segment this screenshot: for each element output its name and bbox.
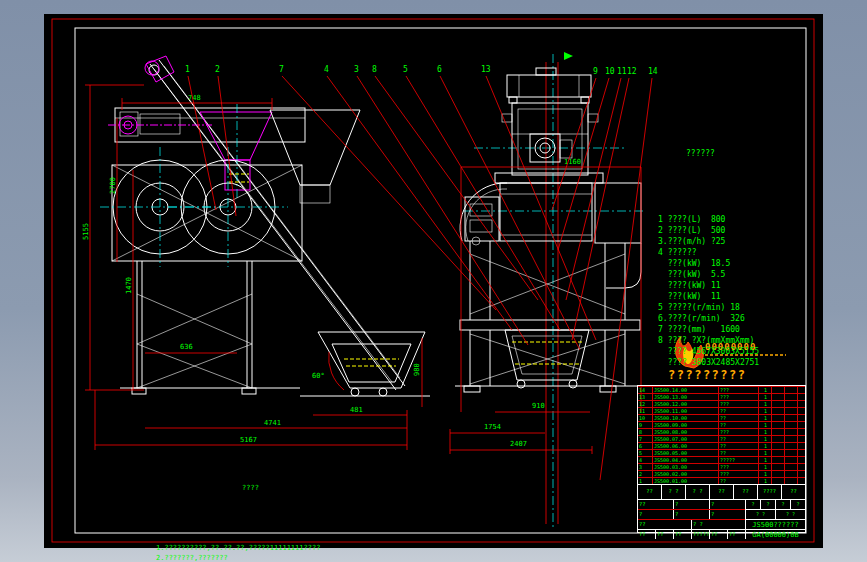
balloon-number: 7 <box>279 65 284 74</box>
bom-header-cell: ? ? <box>662 485 686 499</box>
balloon-number: 14 <box>648 67 658 76</box>
stage-cell: ? <box>776 500 791 509</box>
parts-list: 14 JS500.14.00 ??? 1 13 JS500.13.00 ??? … <box>638 386 805 484</box>
spec-line: 3.???(m/h) ?25 <box>658 236 808 247</box>
dim-text: 481 <box>350 406 363 414</box>
technical-notes: ???? 1.??????????,??.??.??,?????11111111… <box>156 463 396 562</box>
dim-text: 748 <box>188 94 201 102</box>
title-block-signatures: ???? ??? ??? ? ??????????????? <box>638 500 746 539</box>
parts-row: 4 JS500.04.00 ????? 1 <box>638 456 805 463</box>
spec-line: ???? 4567X3003X5155 <box>658 346 808 357</box>
stage-row: ???? <box>746 500 805 510</box>
stage-cell: ? <box>791 500 805 509</box>
parts-row: 11 JS500.11.00 ?? 1 <box>638 407 805 414</box>
dim-text: 636 <box>180 343 193 351</box>
sig-cell: ?? <box>638 520 692 529</box>
spec-line: ????(kW) 11 <box>658 280 808 291</box>
revision-cell: ?? <box>710 530 728 539</box>
bom-header-cell: ?? <box>782 485 805 499</box>
dim-text: 2700 <box>109 177 117 194</box>
drawing-number: GA(00000)0B <box>746 530 805 539</box>
bom-header-cell: ???? <box>758 485 782 499</box>
dim-text: 1160 <box>564 158 581 166</box>
desktop-background: { "colors":{"canvas":"#000000","frame_re… <box>0 0 867 562</box>
cad-canvas: 748 5155 2700 1470 636 60° 481 4741 5167 <box>44 14 823 548</box>
stage-cell: ? <box>746 500 761 509</box>
scale-cell: ? ? <box>746 510 776 519</box>
spec-line: ???(kW) 11 <box>658 291 808 302</box>
balloon-number: 1 <box>185 65 190 74</box>
balloon-number: 4 <box>324 65 329 74</box>
stage-cell: ? <box>761 500 776 509</box>
parts-row: 13 JS500.13.00 ??? 1 <box>638 393 805 400</box>
parts-row: 10 JS500.10.00 ?? 1 <box>638 414 805 421</box>
bom-header: ??? ?? ??????????? <box>638 484 805 499</box>
title-block: ???? ??? ??? ? ??????????????? ???? ? ??… <box>638 499 805 539</box>
dim-text: 5155 <box>82 223 90 240</box>
spec-title: ?????? <box>658 148 808 159</box>
bom-header-cell: ? ? <box>686 485 710 499</box>
spec-line: 5 ?????(r/min) 18 <box>658 302 808 313</box>
parts-row: 7 JS500.07.00 ?? 1 <box>638 435 805 442</box>
revision-cell: ?? <box>638 530 656 539</box>
balloon-number: 3 <box>354 65 359 74</box>
spec-line: ???(kW) 5.5 <box>658 269 808 280</box>
spec-line: 6.????(r/min) 326 <box>658 313 808 324</box>
sig-row: ??? ? <box>638 520 745 530</box>
parts-row: 9 JS500.09.00 ?? 1 <box>638 421 805 428</box>
sig-cell: ?? <box>638 500 674 509</box>
bom-header-cell: ?? <box>638 485 662 499</box>
dim-text: 980 <box>413 363 421 376</box>
spec-line: 4 ?????? <box>658 247 808 258</box>
note-line: 2.???????,??????? <box>156 553 396 562</box>
spec-line: 8 ???? ?X?(mmXmmXmm) <box>658 335 808 346</box>
parts-row: 1 JS500.01.00 ?? 1 <box>638 477 805 484</box>
note-line: 1.??????????,??.??.??,?????11111111???? <box>156 543 396 553</box>
spec-table: ?????? 1 ????(L) 8002 ????(L) 5003.???(m… <box>658 126 808 390</box>
left-view <box>100 56 430 396</box>
balloon-number: 11 <box>617 67 627 76</box>
parts-row: 2 JS500.02.00 ??? 1 <box>638 470 805 477</box>
scale-cell: ? ? <box>776 510 805 519</box>
balloon-number: 10 <box>605 67 615 76</box>
balloon-number: 5 <box>403 65 408 74</box>
dim-text: 1754 <box>484 423 501 431</box>
section-mark-icon <box>564 52 573 60</box>
sig-cell: ? <box>638 510 674 519</box>
scale-row: ? ?? ? <box>746 510 805 520</box>
parts-row: 14 JS500.14.00 ??? 1 <box>638 386 805 393</box>
revision-cell: ?? <box>674 530 692 539</box>
parts-row: 6 JS500.06.00 ?? 1 <box>638 442 805 449</box>
leader-layer: 1 2 7 4 3 8 5 6 13 9 10 11 12 14 <box>185 65 658 480</box>
balloon-number: 12 <box>627 67 637 76</box>
sig-cell: ? <box>674 500 710 509</box>
dim-text: 2407 <box>510 440 527 448</box>
notes-lines: 1.??????????,??.??.??,?????11111111????2… <box>156 513 396 562</box>
balloon-number: 13 <box>481 65 491 74</box>
parts-list-and-title-block: 14 JS500.14.00 ??? 1 13 JS500.13.00 ??? … <box>637 385 806 533</box>
dimension-layer: 748 5155 2700 1470 636 60° 481 4741 5167 <box>82 85 641 454</box>
spec-line: 7 ????(mm) 1600 <box>658 324 808 335</box>
balloon-number: 2 <box>215 65 220 74</box>
parts-row: 3 JS500.03.00 ??? 1 <box>638 463 805 470</box>
notes-title: ???? <box>156 483 396 493</box>
dim-text: 5167 <box>240 436 257 444</box>
spec-line: ???? 3803X2485X2751 <box>658 357 808 368</box>
revision-cell: ?? <box>728 530 745 539</box>
drawing-name: JS500?????? <box>746 520 805 530</box>
revision-cell: ?? <box>656 530 674 539</box>
spec-lines: 1 ????(L) 8002 ????(L) 5003.???(m/h) ?25… <box>658 181 808 368</box>
title-block-drawing-info: ???? ? ?? ? JS500?????? GA(00000)0B <box>746 500 805 539</box>
dim-text: 4741 <box>264 419 281 427</box>
parts-row: 5 JS500.05.00 ?? 1 <box>638 449 805 456</box>
balloon-number: 6 <box>437 65 442 74</box>
parts-row: 8 JS500.08.00 ??? 1 <box>638 428 805 435</box>
spec-line: ???(kW) 18.5 <box>658 258 808 269</box>
sig-cell: ? <box>710 510 745 519</box>
revision-row: ??????????????? <box>638 530 745 539</box>
sig-cell: ? ? <box>692 520 745 529</box>
sig-cell: ? <box>674 510 710 519</box>
balloon-number: 9 <box>593 67 598 76</box>
revision-cell: ????? <box>692 530 710 539</box>
balloon-number: 8 <box>372 65 377 74</box>
